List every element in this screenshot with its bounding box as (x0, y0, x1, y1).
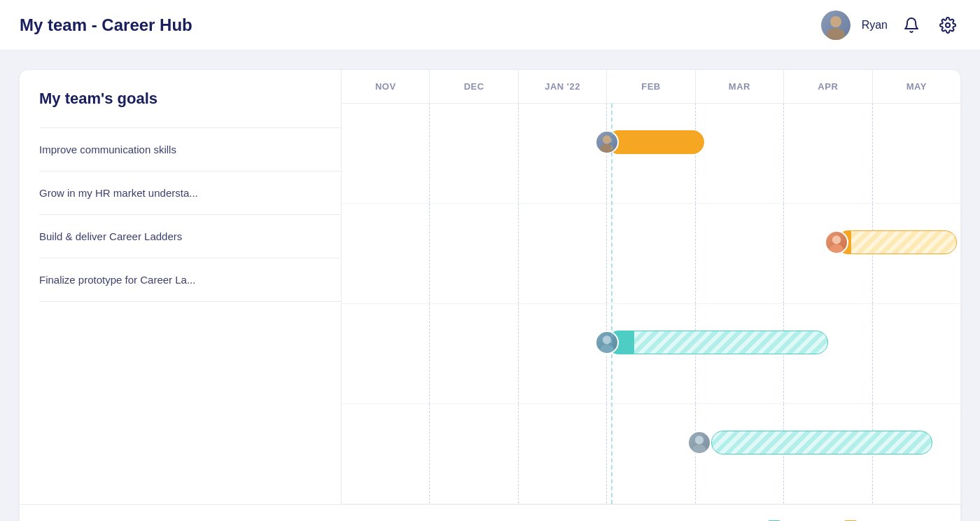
bar-yellow-1 (607, 130, 704, 154)
goal-item-3[interactable]: Build & deliver Career Ladders (39, 215, 341, 258)
col-apr: APR (784, 70, 872, 103)
bar-avatar-1 (595, 130, 619, 154)
cell (607, 204, 695, 303)
cell (430, 204, 518, 303)
svg-point-6 (830, 244, 843, 253)
goal-item-4[interactable]: Finalize prototype for Career La... (39, 258, 341, 302)
avatar[interactable] (821, 11, 850, 40)
cell (873, 104, 960, 203)
bar-avatar-2 (825, 230, 848, 254)
gantt-header: NOV DEC JAN '22 FEB MAR APR MAY (342, 70, 960, 104)
col-feb: FEB (607, 70, 695, 103)
bar-avatar-3 (595, 331, 619, 354)
gantt-body (342, 104, 960, 504)
gantt-row-4 (342, 404, 960, 504)
col-jan: JAN '22 (519, 70, 607, 103)
col-dec: DEC (430, 70, 518, 103)
col-may: MAY (873, 70, 960, 103)
cell (430, 304, 518, 403)
page-title: My team - Career Hub (20, 15, 192, 35)
gantt-bar-4[interactable] (687, 431, 932, 454)
cell (342, 304, 430, 403)
bar-teal-striped-3 (634, 331, 828, 354)
svg-point-9 (695, 436, 704, 444)
cell (519, 104, 607, 203)
card-footer: Unhide All − + Business (20, 504, 960, 521)
cell (342, 204, 430, 303)
svg-point-10 (693, 444, 706, 454)
col-mar: MAR (696, 70, 784, 103)
cell (784, 104, 872, 203)
card-body: My team's goals Improve communication sk… (20, 70, 960, 504)
cell (696, 104, 784, 203)
cell (430, 404, 518, 503)
panel-title: My team's goals (39, 90, 341, 108)
cell (519, 204, 607, 303)
notifications-button[interactable] (899, 13, 924, 38)
cell (519, 304, 607, 403)
gantt-row-2 (342, 204, 960, 304)
svg-point-7 (603, 335, 611, 344)
col-nov: NOV (342, 70, 430, 103)
app-header: My team - Career Hub Ryan (0, 0, 980, 50)
svg-point-2 (946, 23, 950, 27)
left-panel: My team's goals Improve communication sk… (20, 70, 342, 504)
username-label: Ryan (862, 19, 888, 32)
bar-avatar-4 (687, 431, 711, 454)
bar-teal-striped-4 (711, 431, 932, 454)
gantt-bar-3[interactable] (595, 331, 828, 354)
gantt-panel: NOV DEC JAN '22 FEB MAR APR MAY (342, 70, 960, 504)
cell (430, 104, 518, 203)
cell (342, 404, 430, 503)
cell (519, 404, 607, 503)
svg-point-1 (827, 28, 845, 40)
cell (696, 204, 784, 303)
main-content: My team's goals Improve communication sk… (0, 50, 980, 521)
header-right: Ryan (821, 11, 960, 40)
goal-item-2[interactable]: Grow in my HR market understa... (39, 172, 341, 215)
cell (607, 404, 695, 503)
svg-point-5 (832, 235, 841, 244)
settings-button[interactable] (935, 13, 960, 38)
bar-yellow-striped-2 (850, 230, 957, 254)
svg-point-0 (830, 16, 841, 27)
gantt-row-3 (342, 304, 960, 404)
gantt-bar-2[interactable] (825, 230, 957, 254)
goals-card: My team's goals Improve communication sk… (20, 70, 960, 521)
today-line (611, 104, 612, 504)
cell (873, 304, 960, 403)
goal-item-1[interactable]: Improve communication skills (39, 127, 341, 172)
gantt-row-1 (342, 104, 960, 204)
svg-point-3 (603, 135, 611, 144)
cell (342, 104, 430, 203)
